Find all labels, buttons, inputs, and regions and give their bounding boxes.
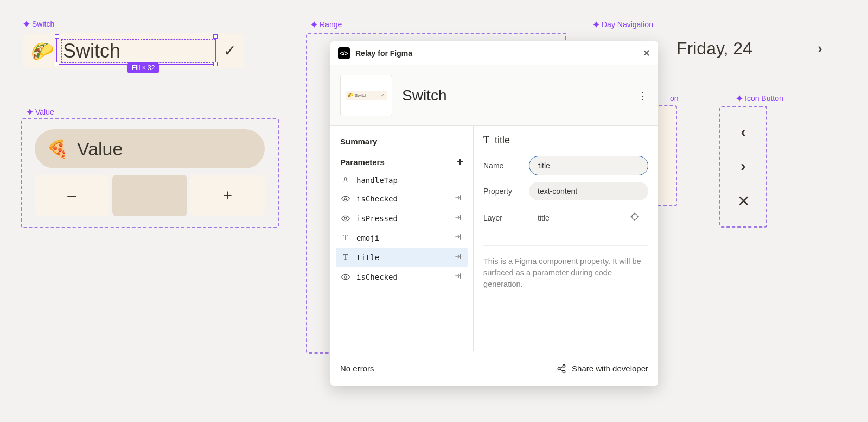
param-row-isChecked[interactable]: isChecked [336, 267, 468, 287]
chevron-left-icon[interactable]: ‹ [741, 123, 745, 141]
param-type-icon [341, 194, 350, 203]
relay-left-pane: Summary Parameters + handleTapisCheckedi… [330, 126, 474, 351]
svg-point-10 [563, 370, 565, 373]
arrow-icon [454, 213, 462, 224]
summary-heading[interactable]: Summary [336, 135, 468, 154]
check-icon: ✓ [224, 42, 236, 60]
name-input[interactable]: title [529, 156, 648, 175]
property-label: Property [483, 187, 529, 196]
arrow-icon [454, 193, 462, 204]
close-icon[interactable]: ✕ [737, 192, 750, 210]
arrow-icon [454, 272, 462, 282]
errors-status: No errors [340, 364, 374, 373]
component-label-obscured[interactable]: on [670, 94, 679, 103]
param-row-title[interactable]: Ttitle [336, 248, 468, 267]
svg-point-8 [563, 364, 565, 367]
arrow-icon [454, 232, 462, 243]
component-label-value[interactable]: Value [27, 108, 54, 116]
arrow-icon [454, 252, 462, 263]
param-row-isChecked[interactable]: isChecked [336, 189, 468, 209]
component-label-range[interactable]: Range [311, 20, 342, 29]
relay-header: </> Relay for Figma ✕ [330, 41, 658, 65]
param-type-icon [341, 214, 350, 223]
svg-line-11 [560, 366, 563, 368]
param-row-isPressed[interactable]: isPressed [336, 209, 468, 228]
component-label-day-nav[interactable]: Day Navigation [593, 20, 653, 29]
value-component[interactable]: 🍕 Value – + [21, 118, 279, 228]
svg-point-1 [344, 217, 347, 219]
fill-badge: Fill × 32 [127, 62, 159, 73]
property-description: This is a Figma component property. It w… [483, 245, 648, 290]
layer-label: Layer [483, 213, 529, 222]
chevron-right-icon[interactable]: › [818, 40, 829, 57]
switch-title-text[interactable]: Switch [61, 39, 216, 63]
relay-app-title: Relay for Figma [355, 49, 412, 58]
param-name: isChecked [356, 194, 447, 203]
relay-right-pane: T title Name title Property text-content… [474, 126, 658, 351]
parameters-heading: Parameters [340, 158, 385, 167]
param-type-icon [341, 273, 350, 281]
param-type-icon: T [341, 234, 350, 242]
param-name: isChecked [356, 273, 447, 281]
value-title-text: Value [77, 138, 123, 160]
relay-panel: </> Relay for Figma ✕ 🌮 Switch ✓ Switch … [330, 41, 658, 386]
plus-button[interactable]: + [190, 175, 265, 216]
prop-title: title [495, 135, 510, 146]
pizza-emoji: 🍕 [47, 138, 68, 159]
kebab-menu-icon[interactable]: ⋮ [637, 89, 648, 102]
param-type-icon [341, 177, 350, 184]
text-type-icon: T [483, 135, 489, 146]
param-name: title [356, 253, 447, 262]
taco-emoji: 🌮 [31, 40, 54, 62]
component-label-icon-button[interactable]: Icon Button [736, 94, 783, 103]
param-name: isPressed [356, 214, 447, 223]
svg-point-3 [632, 214, 638, 220]
relay-component-header: 🌮 Switch ✓ Switch ⋮ [330, 65, 658, 126]
param-name: emoji [356, 234, 447, 242]
svg-point-0 [344, 198, 347, 200]
param-row-emoji[interactable]: Temoji [336, 228, 468, 248]
minus-button[interactable]: – [35, 175, 109, 216]
close-icon[interactable]: ✕ [642, 47, 650, 59]
value-pill: 🍕 Value [35, 129, 265, 168]
value-display [112, 175, 187, 216]
target-icon[interactable] [630, 212, 640, 223]
relay-logo-icon: </> [338, 47, 350, 59]
component-name: Switch [402, 87, 446, 104]
param-row-handleTap[interactable]: handleTap [336, 172, 468, 189]
chevron-right-icon[interactable]: › [741, 158, 745, 175]
name-label: Name [483, 161, 529, 170]
component-thumbnail: 🌮 Switch ✓ [340, 75, 392, 116]
share-with-developer-button[interactable]: Share with developer [557, 364, 648, 374]
svg-line-12 [560, 369, 563, 371]
svg-point-2 [344, 276, 347, 278]
svg-point-9 [558, 367, 560, 370]
property-select[interactable]: text-content [529, 182, 648, 200]
share-icon [557, 364, 566, 374]
add-parameter-icon[interactable]: + [457, 156, 463, 168]
param-name: handleTap [356, 176, 462, 185]
param-type-icon: T [341, 253, 350, 262]
layer-value: title [538, 213, 630, 222]
component-label-switch[interactable]: Switch [23, 20, 54, 28]
icon-button-component[interactable]: ‹ › ✕ [719, 106, 767, 228]
